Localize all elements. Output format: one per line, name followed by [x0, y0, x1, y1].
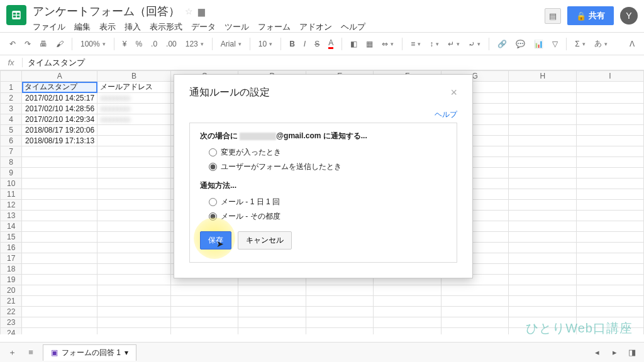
modal-backdrop: 通知ルールの設定 × ヘルプ 次の場合に @gmail.com に通知する...… — [0, 0, 644, 362]
notify-when-heading: 次の場合に @gmail.com に通知する... — [200, 131, 447, 141]
notification-rules-dialog: 通知ルールの設定 × ヘルプ 次の場合に @gmail.com に通知する...… — [174, 74, 473, 278]
radio-any-changes[interactable] — [209, 148, 217, 156]
save-button[interactable]: 保存 — [200, 231, 231, 250]
radio-daily[interactable] — [209, 198, 217, 206]
cancel-button[interactable]: キャンセル — [238, 231, 292, 250]
opt-daily-digest[interactable]: メール - 1 日 1 回 — [200, 195, 447, 209]
radio-form-submit[interactable] — [209, 163, 217, 171]
opt-form-submit[interactable]: ユーザーがフォームを送信したとき — [200, 160, 447, 174]
notify-how-heading: 通知方法... — [200, 180, 447, 191]
redacted-email — [240, 133, 276, 140]
help-link[interactable]: ヘルプ — [189, 109, 457, 120]
close-icon[interactable]: × — [450, 86, 457, 99]
opt-immediate[interactable]: メール - その都度 — [200, 209, 447, 224]
rule-settings-box: 次の場合に @gmail.com に通知する... 変更が入ったとき ユーザーが… — [189, 123, 457, 263]
opt-any-changes[interactable]: 変更が入ったとき — [200, 145, 447, 160]
cursor-icon: ➤ — [216, 239, 224, 249]
dialog-title: 通知ルールの設定 — [189, 86, 270, 99]
